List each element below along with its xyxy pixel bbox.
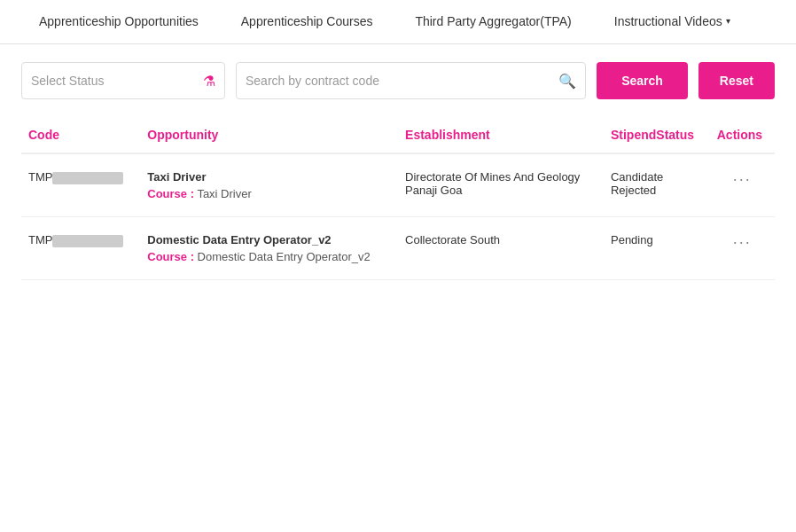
search-contract-wrapper: 🔍 (236, 62, 586, 99)
nav-item-third-party-aggregator[interactable]: Third Party Aggregator(TPA) (394, 0, 592, 44)
cell-stipend-status: Pending (604, 217, 710, 280)
course-name: Taxi Driver (197, 187, 251, 200)
code-blur (52, 172, 123, 184)
actions-menu-button[interactable]: ··· (733, 170, 752, 189)
nav-label-apprenticeship-courses: Apprenticeship Courses (241, 14, 373, 28)
status-select[interactable]: Select Status Pending Rejected Approved (31, 74, 198, 88)
cell-stipend-status: CandidateRejected (604, 153, 710, 217)
nav-bar: Apprenticeship Opportunities Apprentices… (0, 0, 796, 44)
code-prefix: TMP (28, 233, 52, 246)
actions-menu-button[interactable]: ··· (733, 233, 752, 252)
reset-button[interactable]: Reset (698, 62, 775, 99)
col-header-code: Code (21, 117, 140, 153)
code-prefix: TMP (28, 170, 52, 184)
col-header-establishment: Establishment (398, 117, 604, 153)
table-container: Code Opportunity Establishment StipendSt… (0, 117, 796, 280)
nav-label-apprenticeship-opportunities: Apprenticeship Opportunities (39, 14, 199, 28)
stipend-status-line1: Pending (611, 233, 703, 246)
filter-bar: Select Status Pending Rejected Approved … (0, 44, 796, 117)
cell-actions: ··· (710, 217, 775, 280)
cell-opportunity: Domestic Data Entry Operator_v2 Course :… (140, 217, 398, 280)
table-header: Code Opportunity Establishment StipendSt… (21, 117, 775, 153)
nav-item-apprenticeship-courses[interactable]: Apprenticeship Courses (220, 0, 394, 44)
course-name: Domestic Data Entry Operator_v2 (198, 250, 371, 263)
nav-label-instructional-videos: Instructional Videos (614, 14, 722, 28)
opportunity-title: Domestic Data Entry Operator_v2 (147, 233, 391, 246)
cell-code: TMP (21, 217, 140, 280)
course-label: Course : (147, 187, 194, 200)
cell-establishment: Collectorate South (398, 217, 604, 280)
filter-icon: ⚗ (203, 73, 215, 90)
search-button[interactable]: Search (597, 62, 688, 99)
code-blur (52, 235, 123, 247)
nav-label-third-party-aggregator: Third Party Aggregator(TPA) (415, 14, 571, 28)
table-row: TMPDomestic Data Entry Operator_v2 Cours… (21, 217, 775, 280)
course-label: Course : (147, 250, 194, 263)
nav-item-apprenticeship-opportunities[interactable]: Apprenticeship Opportunities (18, 0, 220, 44)
cell-establishment: Directorate Of Mines And GeologyPanaji G… (398, 153, 604, 217)
col-header-actions: Actions (710, 117, 775, 153)
nav-item-instructional-videos[interactable]: Instructional Videos ▾ (593, 0, 752, 44)
stipend-status-line2: Rejected (611, 184, 703, 197)
establishment-line1: Collectorate South (405, 233, 597, 246)
cell-opportunity: Taxi Driver Course : Taxi Driver (140, 153, 398, 217)
establishment-line2: Panaji Goa (405, 184, 597, 197)
cell-code: TMP (21, 153, 140, 217)
course-info: Course : Taxi Driver (147, 187, 391, 200)
cell-actions: ··· (710, 153, 775, 217)
search-icon: 🔍 (558, 73, 576, 90)
establishment-line1: Directorate Of Mines And Geology (405, 170, 597, 184)
search-contract-input[interactable] (246, 74, 553, 88)
table-body: TMPTaxi Driver Course : Taxi DriverDirec… (21, 153, 775, 280)
status-select-wrapper: Select Status Pending Rejected Approved … (21, 62, 225, 99)
opportunity-title: Taxi Driver (147, 170, 391, 184)
chevron-down-icon: ▾ (726, 16, 730, 26)
main-table: Code Opportunity Establishment StipendSt… (21, 117, 775, 280)
stipend-status-line1: Candidate (611, 170, 703, 184)
course-info: Course : Domestic Data Entry Operator_v2 (147, 250, 391, 263)
col-header-stipend-status: StipendStatus (604, 117, 710, 153)
col-header-opportunity: Opportunity (140, 117, 398, 153)
table-row: TMPTaxi Driver Course : Taxi DriverDirec… (21, 153, 775, 217)
